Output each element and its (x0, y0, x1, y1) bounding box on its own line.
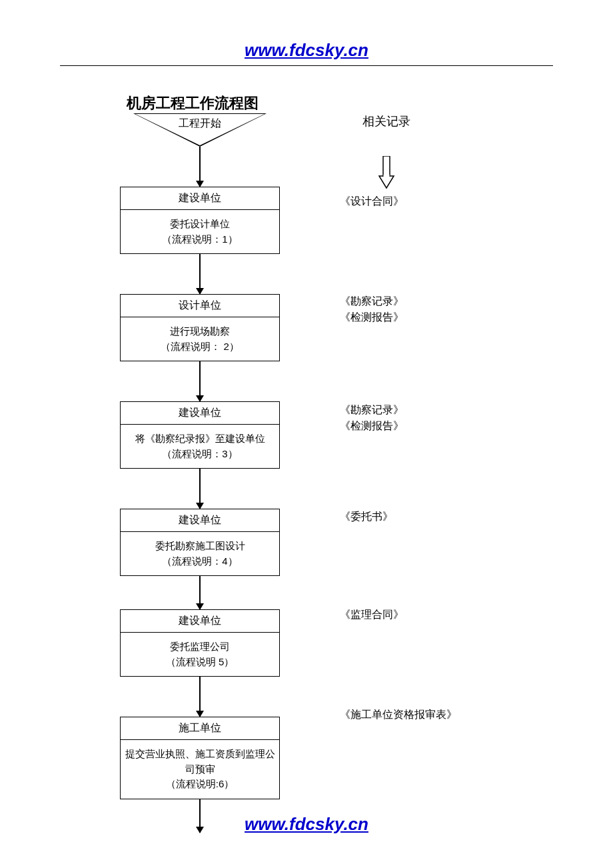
step-body: 委托勘察施工图设计（流程说明：4） (121, 532, 279, 575)
flow-arrow (199, 576, 201, 609)
flow-arrow (199, 147, 201, 187)
step-body: 提交营业执照、施工资质到监理公司预审（流程说明:6） (121, 740, 279, 799)
header-url-link[interactable]: www.fdcsky.cn (245, 40, 368, 61)
step-box-1: 建设单位 委托设计单位（流程说明：1） (120, 187, 280, 254)
step-header: 建设单位 (121, 610, 279, 633)
record-item-5: 《监理合同》 (340, 607, 404, 623)
step-box-3: 建设单位 将《勘察纪录报》至建设单位（流程说明：3） (120, 401, 280, 469)
header-divider (60, 65, 553, 66)
footer-url-link[interactable]: www.fdcsky.cn (245, 814, 368, 835)
flow-arrow (199, 469, 201, 509)
step-box-4: 建设单位 委托勘察施工图设计（流程说明：4） (120, 509, 280, 576)
diagram-title: 机房工程工作流程图 (127, 93, 259, 113)
step-header: 建设单位 (121, 402, 279, 425)
svg-marker-1 (379, 176, 394, 188)
step-body: 委托监理公司（流程说明 5） (121, 633, 279, 676)
flow-arrow (199, 677, 201, 717)
records-header: 相关记录 (340, 113, 433, 129)
record-item-4: 《委托书》 (340, 509, 393, 525)
step-header: 设计单位 (121, 295, 279, 317)
start-node: 工程开始 (133, 113, 267, 147)
flow-arrow (199, 361, 201, 401)
step-body: 进行现场勘察（流程说明： 2） (121, 317, 279, 361)
step-body: 委托设计单位（流程说明：1） (121, 210, 279, 253)
step-box-5: 建设单位 委托监理公司（流程说明 5） (120, 609, 280, 677)
record-item-1: 《设计合同》 (340, 193, 404, 209)
flow-arrow (199, 799, 201, 833)
svg-rect-2 (384, 175, 390, 177)
start-label: 工程开始 (163, 117, 237, 131)
record-item-3: 《勘察记录》《检测报告》 (340, 402, 404, 434)
step-box-2: 设计单位 进行现场勘察（流程说明： 2） (120, 294, 280, 361)
down-arrow-icon (376, 156, 396, 189)
step-header: 施工单位 (121, 717, 279, 740)
flow-arrow (199, 254, 201, 294)
records-column: 相关记录 《设计合同》 《勘察记录》《检测报告》 《勘察记录》《检测报告》 《委… (340, 113, 433, 209)
step-header: 建设单位 (121, 509, 279, 532)
flowchart-column: 工程开始 建设单位 委托设计单位（流程说明：1） 设计单位 进行现场勘察（流程说… (113, 113, 287, 833)
svg-rect-0 (383, 156, 390, 176)
step-box-6: 施工单位 提交营业执照、施工资质到监理公司预审（流程说明:6） (120, 717, 280, 799)
step-header: 建设单位 (121, 187, 279, 210)
record-item-6: 《施工单位资格报审表》 (340, 707, 457, 723)
step-body: 将《勘察纪录报》至建设单位（流程说明：3） (121, 425, 279, 468)
record-item-2: 《勘察记录》《检测报告》 (340, 293, 404, 325)
